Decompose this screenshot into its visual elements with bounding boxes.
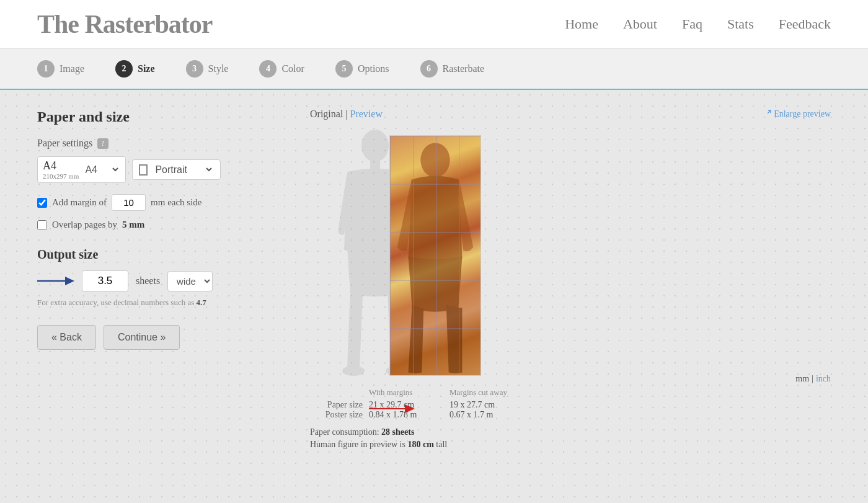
paper-type-select[interactable]: A4 A3 Letter [82,164,120,176]
paper-size-cut: 19 x 27.7 cm [450,400,536,410]
margin-label: Add margin of [52,197,107,208]
output-row: sheets wide tall [37,270,273,292]
margin-suffix: mm each side [151,197,202,208]
step-2-size[interactable]: 2 Size [115,60,155,78]
paper-consumption-label: Paper consumption: [310,427,379,437]
paper-name: A4 [43,159,56,172]
paper-type-box: A4 210x297 mm A4 A3 Letter [37,156,126,183]
continue-button[interactable]: Continue » [104,325,180,350]
orientation-select[interactable]: Portrait Landscape [153,164,214,176]
svg-point-3 [361,130,389,162]
nav-faq[interactable]: Faq [682,16,702,32]
overlap-row: Overlap pages by 5 mm [37,220,273,230]
red-arrow-indicator [369,400,415,420]
step-6-rasterbate[interactable]: 6 Rasterbate [420,60,485,78]
overlap-checkbox[interactable] [37,220,47,230]
preview-link[interactable]: Preview [350,109,383,119]
step-1-image[interactable]: 1 Image [37,60,84,78]
step-3-label: Style [208,63,229,74]
step-1-label: Image [60,63,84,74]
step-4-label: Color [281,63,304,74]
nav-about[interactable]: About [623,16,657,32]
left-panel: Paper and size Paper settings ? A4 210x2… [37,109,273,450]
paper-consumption-value: 28 sheets [381,427,414,437]
steps-bar: 1 Image 2 Size 3 Style 4 Color 5 Options… [0,49,868,90]
nav-home[interactable]: Home [565,16,598,32]
step-6-circle: 6 [420,60,438,78]
unit-inch[interactable]: inch [816,374,831,384]
separator: | [345,109,350,119]
step-5-circle: 5 [335,60,353,78]
paper-settings-label: Paper settings ? [37,138,273,149]
human-figure-suffix: tall [436,440,447,449]
portrait-icon [139,164,148,176]
step-3-style[interactable]: 3 Style [186,60,229,78]
step-4-circle: 4 [259,60,277,78]
paper-size-row: Paper size 21 x 29.7 cm 19 x 27.7 cm [310,400,536,410]
site-title: The Rasterbator [37,9,212,39]
section-title: Paper and size [37,109,273,125]
poster-size-cut: 0.67 x 1.7 m [450,410,536,420]
margin-row: Add margin of mm each side [37,194,273,211]
output-size-title: Output size [37,247,273,262]
nav-feedback[interactable]: Feedback [779,16,831,32]
stats-table: With margins Margins cut away Paper size… [310,388,536,420]
paper-selects: A4 210x297 mm A4 A3 Letter Portrait Land… [37,156,273,183]
back-button[interactable]: « Back [37,325,96,350]
margin-checkbox[interactable] [37,198,47,208]
step-2-label: Size [138,63,155,74]
enlarge-text: Enlarge preview [774,109,831,119]
paper-consumption: Paper consumption: 28 sheets [310,427,831,437]
margins-cut-header: Margins cut away [450,388,536,400]
step-5-label: Options [358,63,389,74]
sheets-label: sheets [136,275,160,287]
step-1-circle: 1 [37,60,55,78]
step-3-circle: 3 [186,60,203,78]
step-5-options[interactable]: 5 Options [335,60,389,78]
unit-separator: | [812,374,813,384]
with-margins-header: With margins [369,388,450,400]
header: The Rasterbator Home About Faq Stats Fee… [0,0,868,49]
human-height: Human figure in preview is 180 cm tall [310,440,831,450]
enlarge-link[interactable]: Enlarge preview [763,109,831,119]
accuracy-example: 4.7 [197,298,206,307]
stats-area: mm | inch With margins Margins cut away … [310,374,831,450]
main-content: Paper and size Paper settings ? A4 210x2… [0,90,868,468]
step-2-circle: 2 [115,60,133,78]
buttons-row: « Back Continue » [37,325,273,350]
unit-mm[interactable]: mm [795,374,809,384]
paper-name-label: A4 210x297 mm [43,159,79,180]
help-badge[interactable]: ? [97,138,108,149]
margin-input[interactable] [112,194,146,211]
overlap-value: 5 mm [122,220,144,230]
step-6-label: Rasterbate [443,63,485,74]
wide-select[interactable]: wide tall [167,271,213,292]
preview-header: Original | Preview Enlarge preview [310,109,831,120]
sheets-input[interactable] [82,270,128,292]
human-figure-label: Human figure in preview is [310,440,405,449]
poster-preview [389,135,481,376]
preview-title: Original | Preview [310,109,383,120]
preview-area [310,126,570,393]
poster-size-row: Poster size 0.84 x 1.78 m 0.67 x 1.7 m [310,410,536,420]
nav-stats[interactable]: Stats [727,16,754,32]
svg-marker-9 [405,404,415,413]
accuracy-hint: For extra accuracy, use decimal numbers … [37,298,273,308]
original-label: Original [310,109,343,119]
arrow-indicator [37,272,74,290]
human-figure-value: 180 cm [407,440,433,449]
svg-marker-1 [65,277,74,285]
paper-size-label: Paper size [310,400,369,410]
overlap-label: Overlap pages by [52,220,117,230]
right-panel: Original | Preview Enlarge preview [310,109,831,450]
paper-settings-text: Paper settings [37,138,92,149]
main-nav: Home About Faq Stats Feedback [565,16,831,32]
paper-size-text: 210x297 mm [43,172,79,180]
units-row: mm | inch [310,374,831,384]
orientation-box: Portrait Landscape [132,159,221,180]
step-4-color[interactable]: 4 Color [259,60,304,78]
poster-size-label: Poster size [310,410,369,420]
